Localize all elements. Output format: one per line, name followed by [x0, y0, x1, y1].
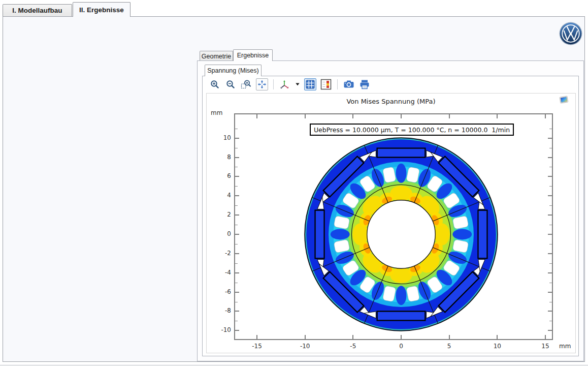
tab-ergebnisse[interactable]: II. Ergebnisse [73, 2, 130, 17]
printer-icon [359, 79, 370, 90]
zoom-extents-button[interactable] [256, 78, 268, 90]
y-minor-tick-mark [549, 148, 552, 148]
viewer-tab-geometrie[interactable]: Geometrie [200, 51, 233, 61]
plot-thumbnail-icon[interactable] [559, 95, 569, 107]
y-minor-tick-mark [235, 148, 238, 148]
zoom-in-button[interactable] [209, 78, 221, 90]
zoom-out-icon [225, 79, 236, 89]
color-legend-icon [320, 79, 332, 90]
x-tick-label: 0 [399, 343, 403, 350]
y-minor-tick-mark [549, 302, 552, 302]
y-tick-mark [235, 138, 239, 139]
plot-tab-spannung-mises[interactable]: Spannung (Mises) [205, 65, 262, 76]
y-minor-tick-mark [235, 321, 238, 321]
zoom-extents-icon [257, 80, 267, 89]
tab-modellaufbau[interactable]: I. Modellaufbau [3, 4, 72, 16]
y-tick-mark [548, 330, 552, 331]
y-tick-mark [235, 214, 239, 216]
plot-frame [234, 113, 553, 340]
y-tick-label: -8 [207, 307, 231, 314]
caret-down-icon [296, 83, 300, 86]
y-tick-mark [548, 214, 552, 216]
y-tick-mark [235, 176, 239, 177]
x-tick-mark [352, 335, 353, 339]
x-tick-mark [256, 335, 257, 339]
grid-toggle-button[interactable] [304, 78, 316, 90]
x-tick-mark [545, 114, 546, 118]
vw-logo [559, 21, 583, 46]
y-minor-tick-mark [549, 321, 552, 321]
y-minor-tick-mark [235, 167, 238, 167]
y-tick-mark [548, 292, 552, 293]
view-orientation-button[interactable] [279, 78, 291, 90]
toolbar-separator [337, 79, 338, 89]
grid-icon [306, 80, 315, 89]
y-tick-mark [548, 157, 552, 158]
y-tick-label: -4 [207, 269, 231, 276]
y-tick-mark [548, 138, 552, 139]
x-tick-label: -15 [252, 343, 262, 350]
zoom-box-icon [241, 79, 252, 89]
orientation-axes-icon [280, 79, 290, 89]
y-minor-tick-mark [235, 263, 238, 264]
y-tick-mark [548, 311, 552, 312]
x-tick-mark [256, 114, 257, 118]
x-tick-label: 5 [447, 343, 451, 350]
x-tick-mark [305, 335, 306, 339]
y-minor-tick-mark [549, 186, 552, 187]
y-tick-label: 10 [207, 134, 231, 141]
x-tick-mark [497, 114, 498, 118]
y-tick-mark [548, 272, 552, 273]
y-minor-tick-mark [549, 129, 552, 129]
zoom-box-button[interactable] [240, 78, 252, 90]
y-tick-mark [235, 330, 239, 331]
x-tick-mark [545, 335, 546, 339]
y-tick-mark [235, 195, 239, 196]
y-tick-label: 0 [207, 230, 231, 237]
x-tick-label: -5 [350, 343, 356, 350]
toolbar-separator [273, 79, 274, 89]
zoom-out-button[interactable] [224, 78, 237, 90]
color-legend-toggle-button[interactable] [320, 78, 332, 90]
plot-panel: Von Mises Spannung (MPa) mm mm [202, 76, 579, 356]
y-minor-tick-mark [549, 205, 552, 206]
y-axis-unit: mm [211, 109, 222, 116]
y-minor-tick-mark [549, 167, 552, 167]
x-tick-mark [401, 114, 402, 118]
y-tick-label: -10 [207, 326, 231, 333]
y-tick-mark [235, 292, 239, 293]
y-tick-mark [235, 157, 239, 158]
y-tick-mark [548, 234, 552, 235]
y-minor-tick-mark [549, 244, 552, 244]
plot-toolbar [209, 78, 371, 91]
zoom-in-icon [210, 79, 220, 89]
plot-title: Von Mises Spannung (MPa) [207, 98, 575, 105]
y-tick-label: 8 [207, 154, 231, 161]
print-button[interactable] [358, 78, 371, 90]
x-tick-label: -10 [300, 343, 310, 350]
x-axis-unit: mm [559, 343, 571, 350]
tab-ergebnisse-label: II. Ergebnisse [79, 6, 124, 14]
plot-annotation-box: UebPress = 10.0000 μm, T = 100.000 °C, n… [310, 124, 514, 136]
y-minor-tick-mark [549, 263, 552, 264]
x-tick-label: 15 [541, 343, 549, 350]
y-tick-mark [235, 253, 239, 254]
y-tick-mark [235, 272, 239, 273]
y-tick-label: 4 [207, 192, 231, 199]
orientation-dropdown-caret[interactable] [295, 78, 301, 90]
tab-modellaufbau-label: I. Modellaufbau [12, 7, 62, 14]
y-minor-tick-mark [235, 283, 238, 283]
y-minor-tick-mark [549, 283, 552, 283]
snapshot-button[interactable] [343, 78, 355, 90]
y-tick-label: -2 [207, 250, 231, 257]
y-tick-mark [548, 195, 552, 196]
y-tick-label: 6 [207, 172, 231, 179]
x-tick-mark [352, 114, 353, 118]
viewer-tab-ergebnisse[interactable]: Ergebnisse [233, 49, 273, 61]
y-tick-mark [235, 234, 239, 235]
x-tick-mark [449, 335, 450, 339]
window-bottom-edge [0, 365, 588, 365]
plot-canvas[interactable]: Von Mises Spannung (MPa) mm mm [206, 93, 576, 353]
y-minor-tick-mark [235, 302, 238, 302]
x-tick-mark [497, 335, 498, 339]
